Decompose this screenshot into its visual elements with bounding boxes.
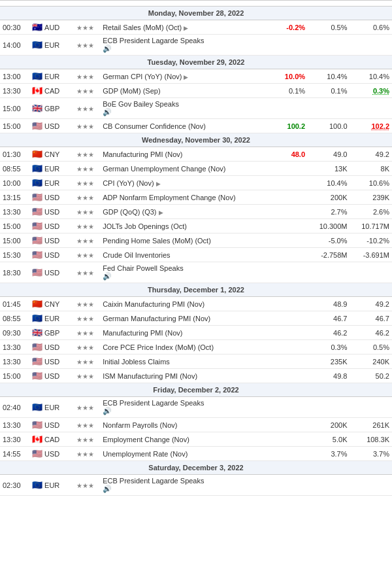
day-header-row: Friday, December 2, 2022 xyxy=(0,383,392,397)
event-currency: 🇺🇸USD xyxy=(29,262,71,283)
event-forecast: 3.7% xyxy=(308,447,350,461)
event-importance: ★★★ xyxy=(71,205,100,219)
day-header-label: Saturday, December 3, 2022 xyxy=(0,461,392,475)
event-name: Caixin Manufacturing PMI (Nov) xyxy=(100,297,275,311)
event-name: Pending Home Sales (MoM) (Oct) xyxy=(100,233,275,248)
event-name: Manufacturing PMI (Nov) xyxy=(100,147,275,162)
event-time: 13:30 xyxy=(0,340,29,355)
event-forecast xyxy=(308,262,350,283)
event-importance: ★★★ xyxy=(71,233,100,248)
event-previous: 108.3K xyxy=(350,432,393,447)
event-name: ECB President Lagarde Speaks🔊 xyxy=(100,475,275,496)
event-name: JOLTs Job Openings (Oct) xyxy=(100,219,275,233)
event-time: 01:30 xyxy=(0,147,29,162)
event-actual xyxy=(275,326,308,340)
event-actual xyxy=(275,219,308,233)
speaker-icon: 🔊 xyxy=(103,108,112,116)
event-forecast: 0.3% xyxy=(308,340,350,355)
currency-label: USD xyxy=(44,208,59,216)
currency-label: USD xyxy=(44,237,59,245)
event-name: German Manufacturing PMI (Nov) xyxy=(100,311,275,326)
currency-label: CNY xyxy=(44,150,59,158)
event-time: 15:00 xyxy=(0,369,29,383)
flag-eur-icon: 🇪🇺 xyxy=(32,402,42,412)
flag-eur-icon: 🇪🇺 xyxy=(32,313,42,323)
event-forecast xyxy=(308,397,350,418)
event-importance: ★★★ xyxy=(71,311,100,326)
event-name: German CPI (YoY) (Nov) ▶ xyxy=(100,69,275,84)
table-row: 15:00🇺🇸USD★★★JOLTs Job Openings (Oct)10.… xyxy=(0,219,392,233)
table-row: 08:55🇪🇺EUR★★★German Unemployment Change … xyxy=(0,162,392,176)
event-currency: 🇺🇸USD xyxy=(29,355,71,369)
currency-label: AUD xyxy=(44,24,59,31)
flag-aud-icon: 🇦🇺 xyxy=(32,22,42,32)
document-icon: ▶ xyxy=(184,25,188,31)
event-importance: ★★★ xyxy=(71,262,100,283)
event-previous: 3.7% xyxy=(350,447,393,461)
flag-usd-icon: 🇺🇸 xyxy=(32,420,42,430)
economic-calendar-table: Monday, November 28, 202200:30🇦🇺AUD★★★Re… xyxy=(0,0,392,496)
event-currency: 🇺🇸USD xyxy=(29,233,71,248)
event-forecast: 235K xyxy=(308,355,350,369)
event-name: Unemployment Rate (Nov) xyxy=(100,447,275,461)
flag-usd-icon: 🇺🇸 xyxy=(32,342,42,352)
event-actual xyxy=(275,248,308,262)
event-importance: ★★★ xyxy=(71,219,100,233)
event-forecast: -2.758M xyxy=(308,248,350,262)
event-previous: 239K xyxy=(350,190,393,205)
event-actual xyxy=(275,190,308,205)
table-row: 15:00🇺🇸USD★★★Pending Home Sales (MoM) (O… xyxy=(0,233,392,248)
flag-cad-icon: 🇨🇦 xyxy=(32,434,42,444)
flag-usd-icon: 🇺🇸 xyxy=(32,121,42,131)
currency-label: CAD xyxy=(44,87,59,95)
speaker-icon: 🔊 xyxy=(103,407,112,415)
flag-eur-icon: 🇪🇺 xyxy=(32,178,42,188)
event-actual xyxy=(275,35,308,56)
header-time xyxy=(0,1,29,7)
event-importance: ★★★ xyxy=(71,147,100,162)
event-actual xyxy=(275,418,308,432)
header-previous xyxy=(350,1,393,7)
event-actual xyxy=(275,297,308,311)
flag-usd-icon: 🇺🇸 xyxy=(32,250,42,260)
event-actual: 100.2 xyxy=(275,119,308,133)
table-row: 10:00🇪🇺EUR★★★CPI (YoY) (Nov) ▶10.4%10.6% xyxy=(0,176,392,190)
event-time: 13:30 xyxy=(0,418,29,432)
table-row: 13:15🇺🇸USD★★★ADP Nonfarm Employment Chan… xyxy=(0,190,392,205)
event-currency: 🇺🇸USD xyxy=(29,447,71,461)
currency-label: EUR xyxy=(44,179,59,187)
event-previous: 10.717M xyxy=(350,219,393,233)
event-forecast xyxy=(308,35,350,56)
event-currency: 🇪🇺EUR xyxy=(29,69,71,84)
table-row: 00:30🇦🇺AUD★★★Retail Sales (MoM) (Oct) ▶-… xyxy=(0,20,392,35)
document-icon: ▶ xyxy=(159,209,163,216)
event-name: German Unemployment Change (Nov) xyxy=(100,162,275,176)
day-header-row: Thursday, December 1, 2022 xyxy=(0,283,392,297)
event-importance: ★★★ xyxy=(71,98,100,119)
event-actual xyxy=(275,162,308,176)
event-importance: ★★★ xyxy=(71,20,100,35)
event-name: BoE Gov Bailey Speaks🔊 xyxy=(100,98,275,119)
event-forecast: 100.0 xyxy=(308,119,350,133)
event-importance: ★★★ xyxy=(71,35,100,56)
event-currency: 🇨🇦CAD xyxy=(29,432,71,447)
currency-label: EUR xyxy=(44,481,59,489)
event-importance: ★★★ xyxy=(71,447,100,461)
event-forecast: 0.5% xyxy=(308,20,350,35)
event-time: 15:00 xyxy=(0,233,29,248)
event-name: Fed Chair Powell Speaks🔊 xyxy=(100,262,275,283)
flag-usd-icon: 🇺🇸 xyxy=(32,356,42,366)
event-previous xyxy=(350,475,393,496)
event-time: 13:30 xyxy=(0,355,29,369)
event-actual xyxy=(275,369,308,383)
event-previous: 261K xyxy=(350,418,393,432)
event-forecast: 10.4% xyxy=(308,176,350,190)
event-name: Nonfarm Payrolls (Nov) xyxy=(100,418,275,432)
event-importance: ★★★ xyxy=(71,69,100,84)
event-currency: 🇺🇸USD xyxy=(29,418,71,432)
table-row: 15:00🇺🇸USD★★★ISM Manufacturing PMI (Nov)… xyxy=(0,369,392,383)
table-row: 08:55🇪🇺EUR★★★German Manufacturing PMI (N… xyxy=(0,311,392,326)
speaker-icon: 🔊 xyxy=(103,272,112,280)
event-forecast: 13K xyxy=(308,162,350,176)
event-currency: 🇺🇸USD xyxy=(29,219,71,233)
